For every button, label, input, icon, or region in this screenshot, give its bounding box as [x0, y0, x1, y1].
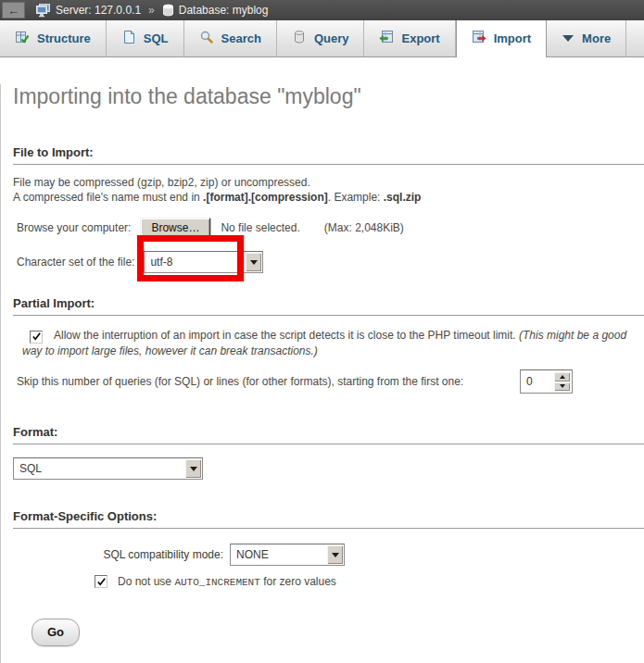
browse-label: Browse your computer: — [17, 221, 131, 234]
partial-import-heading: Partial Import: — [13, 296, 644, 316]
tab-more[interactable]: More — [547, 20, 626, 56]
auto-increment-suffix: for zero values — [260, 575, 336, 588]
tab-label: Export — [401, 31, 439, 45]
sql-compatibility-row: SQL compatibility mode: NONE — [17, 544, 644, 566]
back-arrow-icon: ← — [7, 5, 19, 17]
auto-increment-prefix: Do not use — [118, 575, 174, 588]
charset-select[interactable]: utf-8 — [144, 251, 263, 273]
line2-mid: . Example: — [328, 191, 384, 204]
tab-bar: Structure SQL Search Query — [0, 20, 644, 57]
breadcrumb: Server: 127.0.0.1 » Database: myblog — [36, 4, 268, 18]
no-file-selected-text: No file selected. — [221, 221, 299, 234]
caret-down-icon — [332, 553, 339, 557]
sql-compatibility-label: SQL compatibility mode: — [17, 548, 223, 561]
stepper-buttons — [554, 372, 570, 391]
tab-label: Search — [221, 31, 261, 45]
database-icon — [162, 4, 174, 17]
compression-info-line2: A compressed file's name must end in .[f… — [13, 190, 644, 205]
stepper-down-button[interactable] — [554, 382, 570, 392]
page-title: Importing into the database "myblog" — [13, 84, 644, 109]
max-size-note: (Max: 2,048KiB) — [324, 221, 404, 234]
dropdown-arrow-button[interactable] — [246, 253, 261, 271]
caret-down-icon — [250, 260, 258, 265]
tab-sql[interactable]: SQL — [107, 20, 184, 56]
export-icon — [379, 30, 394, 47]
skip-queries-label: Skip this number of queries (for SQL) or… — [17, 375, 463, 388]
tabbar-filler — [626, 20, 644, 56]
breadcrumb-separator: » — [148, 4, 155, 17]
format-select[interactable]: SQL — [13, 457, 203, 480]
charset-label: Character set of the file: — [17, 256, 134, 269]
breadcrumb-bar: ← Server: 127.0.0.1 » Database: myblog — [0, 0, 644, 20]
stepper-up-button[interactable] — [554, 372, 570, 382]
go-button[interactable]: Go — [32, 619, 80, 646]
charset-select-value: utf-8 — [145, 256, 245, 269]
auto-increment-row: Do not use AUTO_INCREMENT for zero value… — [95, 575, 644, 588]
checkmark-icon — [96, 577, 107, 587]
sql-compatibility-select[interactable]: NONE — [230, 544, 345, 566]
caret-up-icon — [560, 375, 565, 379]
back-button[interactable]: ← — [2, 2, 25, 19]
allow-interruption-row: Allow the interruption of an import in c… — [22, 328, 635, 359]
tab-structure[interactable]: Structure — [0, 20, 107, 56]
tab-label: Query — [314, 31, 349, 45]
tab-search[interactable]: Search — [184, 20, 277, 56]
tab-label: SQL — [144, 31, 169, 45]
line2-example: .sql.zip — [384, 191, 422, 204]
caret-down-icon — [190, 467, 197, 471]
allow-interruption-checkbox[interactable] — [30, 331, 43, 344]
sql-icon — [121, 30, 136, 47]
auto-increment-checkbox[interactable] — [95, 575, 107, 588]
import-icon — [472, 30, 486, 47]
skip-queries-row: Skip this number of queries (for SQL) or… — [17, 369, 573, 394]
import-page: Importing into the database "myblog" Fil… — [0, 84, 644, 663]
chevron-down-icon — [562, 31, 575, 45]
browse-row: Browse your computer: Browse… No file se… — [17, 217, 644, 239]
format-select-value: SQL — [14, 462, 184, 475]
tab-label: Import — [494, 31, 531, 45]
file-to-import-heading: File to Import: — [13, 145, 644, 165]
charset-row: Character set of the file: utf-8 — [17, 251, 644, 273]
browse-button[interactable]: Browse… — [140, 218, 210, 239]
tab-export[interactable]: Export — [364, 20, 455, 56]
line2-format-pattern: .[format].[compression] — [203, 191, 328, 204]
skip-queries-stepper[interactable]: 0 — [520, 369, 573, 394]
sql-compatibility-value: NONE — [231, 548, 326, 561]
line2-prefix: A compressed file's name must end in — [13, 191, 203, 204]
format-specific-options-heading: Format-Specific Options: — [13, 509, 644, 529]
breadcrumb-database[interactable]: Database: myblog — [179, 4, 269, 17]
allow-interruption-text: Allow the interruption of an import in c… — [54, 329, 519, 342]
skip-queries-value: 0 — [521, 370, 554, 393]
server-icon — [36, 4, 51, 18]
tab-query[interactable]: Query — [277, 20, 365, 56]
dropdown-arrow-button[interactable] — [327, 545, 343, 564]
structure-icon — [15, 30, 30, 47]
tab-label: More — [582, 31, 611, 45]
compression-info-line1: File may be compressed (gzip, bzip2, zip… — [13, 175, 644, 190]
checkmark-icon — [32, 332, 42, 342]
caret-down-icon — [560, 384, 565, 388]
query-icon — [292, 30, 307, 47]
auto-increment-code: AUTO_INCREMENT — [174, 577, 259, 588]
format-heading: Format: — [13, 425, 644, 444]
tab-label: Structure — [37, 31, 91, 45]
breadcrumb-server[interactable]: Server: 127.0.0.1 — [56, 4, 141, 17]
search-icon — [199, 30, 214, 47]
tab-import[interactable]: Import — [456, 20, 547, 57]
auto-increment-text: Do not use AUTO_INCREMENT for zero value… — [118, 575, 336, 588]
dropdown-arrow-button[interactable] — [185, 459, 201, 478]
